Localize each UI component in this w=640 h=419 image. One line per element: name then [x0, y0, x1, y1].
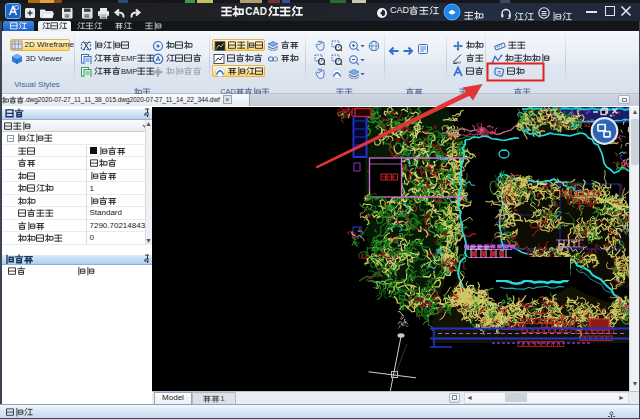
svg-text:VEGETAT: VEGETAT [466, 244, 491, 250]
svg-text:x2: x2 [584, 122, 591, 128]
